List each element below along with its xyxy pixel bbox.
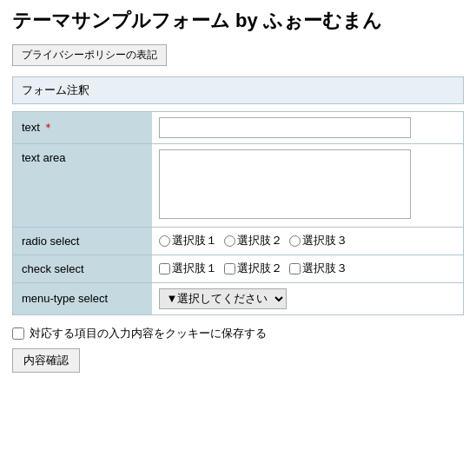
table-row: radio select 選択肢１ 選択肢２ 選択肢３ (13, 227, 464, 255)
cookie-checkbox[interactable] (12, 327, 24, 340)
field-input-menu: ▼選択してください (152, 282, 464, 314)
field-label-radio: radio select (13, 227, 152, 255)
textarea-input[interactable] (159, 149, 411, 219)
radio-item-2[interactable]: 選択肢２ (224, 233, 282, 248)
check-input-1[interactable] (159, 263, 170, 274)
field-label-textarea: text area (13, 143, 152, 227)
check-item-1[interactable]: 選択肢１ (159, 261, 217, 276)
field-input-radio: 選択肢１ 選択肢２ 選択肢３ (152, 227, 464, 255)
required-star: ＊ (43, 121, 54, 134)
field-input-textarea (152, 143, 464, 227)
radio-item-1[interactable]: 選択肢１ (159, 233, 217, 248)
cookie-label: 対応する項目の入力内容をクッキーに保存する (30, 326, 267, 341)
form-note: フォーム注釈 (12, 76, 464, 104)
radio-item-3[interactable]: 選択肢３ (289, 233, 347, 248)
table-row: menu-type select ▼選択してください (13, 282, 464, 314)
radio-group: 選択肢１ 選択肢２ 選択肢３ (159, 233, 457, 248)
radio-input-2[interactable] (224, 235, 235, 247)
field-input-text (152, 111, 464, 143)
field-label-text: text＊ (13, 111, 152, 143)
field-label-menu: menu-type select (13, 282, 152, 314)
check-input-3[interactable] (289, 263, 301, 274)
table-row: text area (13, 143, 464, 227)
check-group: 選択肢１ 選択肢２ 選択肢３ (159, 261, 457, 276)
check-input-2[interactable] (224, 263, 235, 274)
cookie-row: 対応する項目の入力内容をクッキーに保存する (12, 326, 464, 341)
check-item-2[interactable]: 選択肢２ (224, 261, 282, 276)
field-label-check: check select (13, 255, 152, 282)
confirm-button[interactable]: 内容確認 (12, 348, 80, 373)
table-row: check select 選択肢１ 選択肢２ 選択肢３ (13, 255, 464, 282)
field-input-check: 選択肢１ 選択肢２ 選択肢３ (152, 255, 464, 282)
privacy-policy-button[interactable]: プライバシーポリシーの表記 (12, 44, 167, 66)
radio-input-3[interactable] (289, 235, 301, 247)
form-table: text＊ text area radio select (12, 111, 464, 315)
radio-input-1[interactable] (159, 235, 170, 247)
menu-select[interactable]: ▼選択してください (159, 288, 287, 309)
text-input[interactable] (159, 117, 411, 138)
page-title: テーマサンプルフォーム by ふぉーむまん (12, 9, 464, 34)
table-row: text＊ (13, 111, 464, 143)
check-item-3[interactable]: 選択肢３ (289, 261, 347, 276)
